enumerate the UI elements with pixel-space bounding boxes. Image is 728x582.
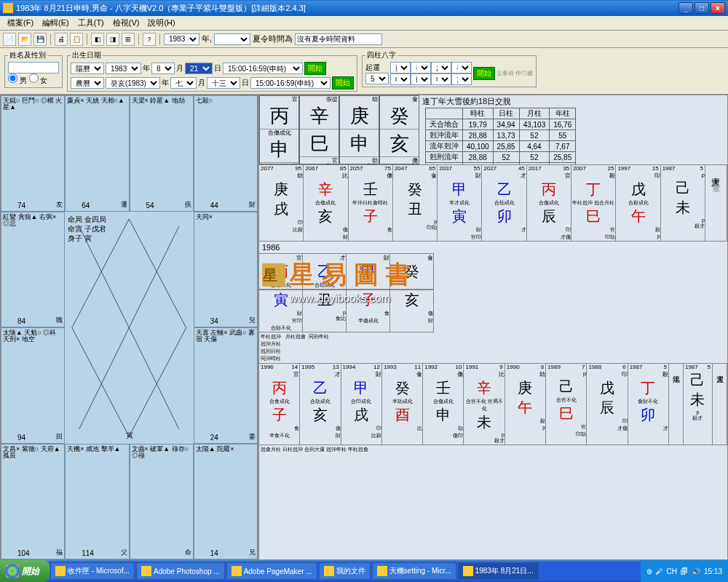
tool-c-icon[interactable]: ⊞: [122, 33, 135, 46]
tool-b-icon[interactable]: ◨: [106, 33, 119, 46]
bazi-column[interactable]: 劫庚申劫 傷印: [339, 95, 379, 164]
palace-zi[interactable]: 文曲× 破軍▲ 祿存○ ◎祿甲子命: [130, 444, 194, 560]
p02[interactable]: 庚: [431, 62, 451, 73]
lang-indicator[interactable]: CH: [667, 567, 677, 575]
spring-btn-a[interactable]: 立春前 作◎歲: [496, 71, 533, 76]
palace-mao[interactable]: 太陰▲ 天魁○ ◎科 天刑× 地空乙卯94田: [1, 327, 65, 444]
tray-icon[interactable]: 🔊: [692, 567, 700, 575]
palace-xu[interactable]: 天喜 左輔× 武曲○ 寡宿 天傷壬戌24妻: [194, 327, 258, 444]
luck-cell[interactable]: 202745才乙合劫成化卯才: [482, 165, 526, 241]
d2-select[interactable]: 十三: [207, 77, 240, 89]
tool-save-icon[interactable]: 💾: [33, 33, 47, 46]
year-luck-cell[interactable]: 19897p己合官不化巳官 印劫: [546, 364, 587, 445]
p11[interactable]: 巳: [411, 73, 431, 85]
close-button[interactable]: ×: [711, 2, 725, 14]
palace-chou[interactable]: 天機× 咸池 擊羊▲乙丑114父: [65, 444, 129, 560]
palace-chen[interactable]: 紅鸞 貪狼▲ 右弼× ◎忌丙辰84職: [1, 212, 65, 328]
systray[interactable]: ⊕ 🖋 CH 🗐 🔊 15:13: [641, 560, 728, 582]
taskbar-item[interactable]: 我的文件: [319, 562, 371, 580]
tray-icon[interactable]: 🗐: [681, 567, 688, 575]
luck-cell[interactable]: 203755財甲半才成化寅財 官印: [438, 165, 482, 241]
year-luck-cell[interactable]: 199614官丙合食成化 子食 半食不化: [259, 364, 300, 445]
year-cell[interactable]: 食癸: [390, 254, 434, 289]
cal1-select[interactable]: 陽曆: [71, 63, 104, 74]
tool-print-icon[interactable]: 🖨: [55, 33, 68, 46]
menu-view[interactable]: 檢視(V): [108, 16, 144, 30]
menu-tools[interactable]: 工具(T): [74, 16, 108, 30]
menu-help[interactable]: 說明(H): [143, 16, 179, 30]
luck-cell[interactable]: 204765食癸丑p 印劫: [393, 165, 438, 241]
luck-cell[interactable]: 19875p己未p 殺才: [661, 165, 705, 241]
t2-select[interactable]: 15:00-16:59(申時): [250, 77, 331, 89]
minimize-button[interactable]: _: [678, 2, 693, 14]
year-cell[interactable]: 才乙合劫成化: [303, 254, 347, 289]
bazi-column[interactable]: 假從辛巳官 印劫合傷成化: [299, 95, 339, 164]
year-cell[interactable]: 子食半傷成化: [347, 290, 390, 332]
year-luck-cell[interactable]: 199210傷壬合傷成化申劫 傷印: [423, 364, 464, 445]
year-select[interactable]: 1983: [164, 33, 199, 45]
palace-wu[interactable]: 廉貞× 天姚 天相○▲戊午64遷: [65, 95, 129, 212]
cal2-select[interactable]: 農曆: [71, 77, 104, 89]
palace-hai[interactable]: 太陽▲ 陀羅×癸亥14兄: [194, 444, 258, 560]
tool-copy-icon[interactable]: 📋: [70, 33, 83, 46]
t1-select[interactable]: 15:00-16:59(申時): [223, 63, 303, 74]
palace-you[interactable]: 天同×辛酉34兒: [194, 212, 258, 328]
m2-select[interactable]: 七: [170, 77, 197, 89]
d1-select[interactable]: 21: [185, 63, 213, 74]
m1-select[interactable]: 8: [151, 63, 175, 74]
startluck-select[interactable]: 5: [365, 73, 389, 84]
luck2-side-cell[interactable]: 19875己未p 殺才: [684, 364, 713, 445]
tool-help-icon[interactable]: ?: [143, 33, 156, 46]
taskbar-item[interactable]: 收件匣 - Microsof...: [50, 562, 135, 580]
name-input[interactable]: [8, 62, 59, 73]
tray-icon[interactable]: ⊕: [646, 567, 652, 575]
maximize-button[interactable]: □: [695, 2, 709, 14]
go2-button[interactable]: 開始: [332, 76, 354, 89]
luck-cell[interactable]: 199715印戊合殺成化午殺 p: [616, 165, 660, 241]
taskbar-item[interactable]: Adobe Photoshop ...: [136, 562, 225, 580]
menu-file[interactable]: 檔案(F): [3, 16, 38, 30]
luck-cell[interactable]: 200725殺丁年柱剋沖 剋合月柱巳官 印劫: [571, 165, 616, 241]
palace-shen[interactable]: 七殺○庚申44財: [194, 95, 258, 212]
p12[interactable]: 申: [431, 73, 451, 85]
taskbar-item[interactable]: 1983年 8月21日...: [458, 562, 539, 580]
luck-cell[interactable]: 207795劫庚戌印 比殺: [259, 165, 304, 241]
tool-a-icon[interactable]: ◧: [91, 33, 104, 46]
tool-open-icon[interactable]: 📂: [18, 33, 31, 46]
p03[interactable]: 癸: [451, 62, 472, 73]
year-cell[interactable]: 亥傷 財: [390, 290, 434, 332]
go1-button[interactable]: 開始: [304, 62, 326, 75]
taskbar-item[interactable]: 天機setting - Micr...: [372, 562, 456, 580]
luck-cell[interactable]: 205775傷壬年沖日柱會時柱子食: [349, 165, 393, 241]
palace-yin[interactable]: 文昌× 紫微○ 天府▲ 孤辰甲寅104福: [1, 444, 65, 560]
year-luck-cell[interactable]: 19908劫庚午殺 p: [505, 364, 546, 445]
dst-input[interactable]: [295, 33, 382, 45]
palace-wei[interactable]: 天梁× 鈴星▲ 地劫己未54疾: [130, 95, 194, 212]
luck-cell[interactable]: 206785比辛合傷成化亥傷 財: [304, 165, 348, 241]
menu-edit[interactable]: 編輯(E): [38, 16, 74, 30]
go3-button[interactable]: 開始: [473, 67, 495, 80]
taskbar-item[interactable]: Adobe PageMaker ...: [226, 562, 317, 580]
year-luck-cell[interactable]: 19919比辛合官不化 官局不化未p 殺才: [464, 364, 505, 445]
luck-cell[interactable]: 201735官丙合傷成化辰印 才傷: [527, 165, 571, 241]
tray-icon[interactable]: 🖋: [656, 567, 663, 575]
p13[interactable]: 亥: [451, 73, 472, 85]
p00[interactable]: 丙: [390, 62, 411, 73]
y2-select[interactable]: 癸亥(1983): [106, 77, 160, 89]
clock[interactable]: 15:13: [704, 567, 722, 575]
year-cell[interactable]: 寅財 官印合財不化: [259, 290, 303, 332]
p10[interactable]: 申: [390, 73, 411, 85]
y1-select[interactable]: 1983: [106, 63, 141, 74]
year-cell[interactable]: 丑p 食比: [303, 290, 347, 332]
palace-si[interactable]: 天鉞○ 巨門○ ◎權 火星▲丁巳74友: [1, 95, 65, 212]
year-luck-cell[interactable]: 199513才乙合劫成化亥傷 財: [300, 364, 341, 445]
sub-select[interactable]: [214, 33, 250, 45]
p01[interactable]: 辛: [411, 62, 431, 73]
gender-female[interactable]: 女: [29, 76, 48, 84]
tool-new-icon[interactable]: 📄: [3, 33, 16, 46]
bazi-column[interactable]: 食癸亥傷 財: [379, 95, 419, 164]
year-luck-cell[interactable]: 199412財甲合印成化戌印 比殺: [341, 364, 382, 445]
bazi-column[interactable]: 官丙合傷成化申劫 傷印合傷成化 天合地合: [259, 95, 299, 164]
start-button[interactable]: 開始: [0, 560, 50, 582]
year-luck-cell[interactable]: 19886印戊辰印 才傷: [587, 364, 628, 445]
